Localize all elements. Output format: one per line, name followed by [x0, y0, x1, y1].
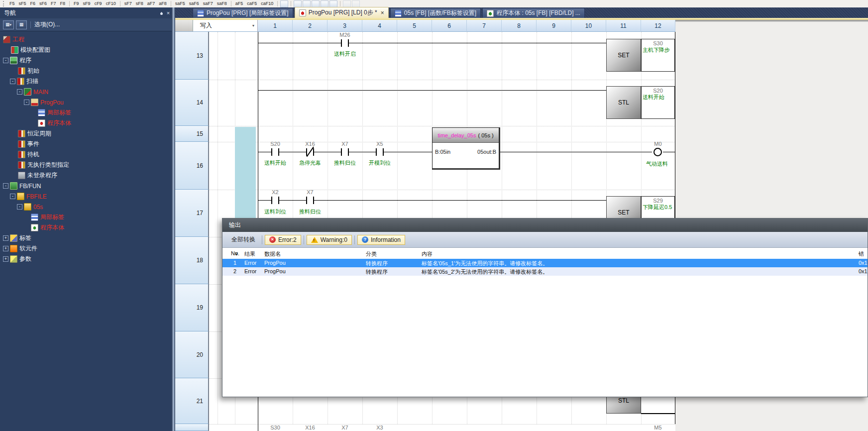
collapse-expander[interactable]: - — [24, 100, 29, 105]
toolbar-key-f9[interactable]: F9 — [72, 0, 81, 7]
close-icon[interactable]: × — [165, 9, 172, 16]
convert-all-button[interactable]: 全部转换 — [227, 234, 259, 245]
fb-output-pin[interactable]: 05out:B — [477, 149, 496, 155]
rung-number-17[interactable]: 17 — [175, 190, 209, 237]
tree-item-event[interactable]: 事件 — [0, 139, 187, 149]
toolbar-key-f8[interactable]: F8 — [59, 0, 67, 7]
toolbar-key-caf10[interactable]: caF10 — [259, 0, 275, 7]
tree-item-no-exec-type[interactable]: 无执行类型指定 — [0, 160, 187, 170]
stl-target-cell[interactable]: S20 送料开始 — [641, 86, 675, 119]
toolbar-key-saf8[interactable]: saF8 — [216, 0, 228, 7]
tree-item-fbfile[interactable]: - FBFILE — [0, 191, 179, 202]
tree-item-program[interactable]: - 程序 — [0, 55, 172, 66]
toolbar-key-sf7[interactable]: sF7 — [123, 0, 133, 7]
contact-x2[interactable] — [278, 197, 279, 204]
toolbar-key-sf6[interactable]: sF6 — [38, 0, 48, 7]
collapse-expander[interactable]: - — [10, 79, 15, 84]
label-table-icon[interactable] — [321, 0, 328, 7]
rung-number-13[interactable]: 13 — [175, 32, 209, 80]
toolbar-key-saf7[interactable]: saF7 — [202, 0, 215, 7]
edit-contact-icon[interactable] — [294, 0, 302, 7]
contact-s20[interactable] — [271, 148, 272, 156]
collapse-expander[interactable]: - — [17, 204, 22, 210]
tree-item-module-config[interactable]: 模块配置图 — [0, 45, 180, 55]
contact-x16-nc[interactable] — [313, 148, 314, 156]
collapse-expander[interactable]: - — [3, 58, 8, 63]
fb-input-pin[interactable]: B:05in — [435, 149, 450, 155]
toolbar-key-af7[interactable]: aF7 — [146, 0, 157, 7]
error-row[interactable]: 2 Error ProgPou 转换程序 标签名'05s_2'为无法使用的字符串… — [222, 267, 868, 276]
coil-m0[interactable] — [653, 148, 662, 156]
contact-x7[interactable] — [306, 197, 307, 204]
rung-number-14[interactable]: 14 — [175, 80, 209, 126]
contact-x5[interactable] — [383, 148, 384, 156]
tree-collapse-icon[interactable]: ▦ — [16, 20, 27, 29]
toolbar-key-af5[interactable]: aF5 — [234, 0, 245, 7]
toolbar-key-f7[interactable]: F7 — [49, 0, 58, 7]
expand-expander[interactable]: + — [3, 235, 8, 241]
tree-item-project[interactable]: 工程 — [0, 34, 172, 45]
rung-number-18[interactable]: 18 — [175, 237, 209, 284]
tree-item-label-section[interactable]: + 标签 — [0, 233, 172, 243]
contact-x2[interactable] — [271, 197, 272, 204]
information-filter-button[interactable]: ? Information — [357, 235, 405, 245]
rung-number-22[interactable] — [175, 424, 209, 431]
rung-number-16[interactable]: 16 — [175, 142, 209, 190]
tree-item-unregistered-program[interactable]: 未登录程序 — [0, 170, 187, 181]
error-row-selected[interactable]: 1 Error ProgPou 转换程序 标签名'05s_1'为无法使用的字符串… — [222, 259, 868, 267]
contact-x7[interactable] — [341, 148, 342, 156]
toolbar-key-sf9[interactable]: sF9 — [82, 0, 92, 7]
panel-splitter[interactable] — [172, 7, 175, 431]
pin-icon[interactable] — [157, 9, 164, 16]
toolbar-key-saf6[interactable]: saF6 — [188, 0, 201, 7]
tree-item-scan[interactable]: - 扫描 — [0, 76, 179, 87]
set-target-cell[interactable]: S30 主机下降步 — [641, 39, 675, 72]
tree-item-05s-local-label[interactable]: 局部标签 — [0, 212, 200, 222]
collapse-expander[interactable]: - — [17, 89, 22, 95]
tree-item-device[interactable]: + 软元件 — [0, 243, 172, 254]
tree-item-main[interactable]: - MAIN — [0, 87, 186, 97]
toolbar-grip[interactable] — [3, 1, 5, 6]
expand-expander[interactable]: + — [3, 256, 8, 262]
toolbar-key-saf5[interactable]: saF5 — [174, 0, 187, 7]
toolbar-key-cf10[interactable]: cF10 — [105, 0, 117, 7]
rung-number-15[interactable]: 15 — [175, 126, 209, 142]
tree-item-progpou[interactable]: - ProgPou — [0, 97, 193, 108]
edit-mode-dropdown[interactable]: 写入 ▾ — [193, 20, 258, 32]
list-icon[interactable] — [352, 0, 360, 7]
toolbar-key-f5[interactable]: F5 — [8, 0, 16, 7]
options-button[interactable]: 选项(O)... — [34, 20, 60, 29]
toolbar-key-f6[interactable]: F6 — [29, 0, 37, 7]
expand-expander[interactable]: + — [3, 246, 8, 251]
error-filter-button[interactable]: × Error:2 — [265, 235, 301, 245]
edit-coil-icon[interactable] — [303, 0, 311, 7]
rung-number-21[interactable]: 21 — [175, 378, 209, 424]
contact-x7[interactable] — [348, 148, 349, 156]
undo-icon[interactable] — [343, 0, 351, 7]
toolbar-key-af8[interactable]: aF8 — [157, 0, 168, 7]
contact-s20[interactable] — [278, 148, 279, 156]
rung-number-19[interactable]: 19 — [175, 284, 209, 331]
tab-05s-fbd-ld-editor[interactable]: 程序本体 : 05s [FB] [FBD/LD] ... — [482, 8, 585, 18]
fb-instance-time-delay-05s[interactable]: time_delay_05s ( 05s ) B:05in 05out:B — [432, 127, 500, 170]
tree-item-parameter[interactable]: + 参数 — [0, 254, 172, 264]
toolbar-key-sf5[interactable]: sF5 — [17, 0, 28, 7]
contact-x5[interactable] — [376, 148, 377, 156]
tree-item-fixed-cycle[interactable]: 恒定周期 — [0, 128, 187, 139]
contact-m26[interactable] — [348, 39, 349, 47]
contact-x7[interactable] — [313, 197, 314, 204]
contact-m26[interactable] — [341, 39, 342, 47]
label-table2-icon[interactable] — [329, 0, 337, 7]
ladder-window-icon[interactable] — [280, 0, 288, 7]
close-icon[interactable]: × — [381, 10, 384, 16]
tree-filter-icon[interactable]: ▦▾ — [3, 20, 14, 29]
tab-progpou-ld-editor[interactable]: ProgPou [PRG] [LD] 0步 * × — [295, 7, 389, 18]
collapse-expander[interactable]: - — [10, 194, 15, 199]
tree-item-05s[interactable]: - 05s — [0, 202, 186, 212]
collapse-expander[interactable]: - — [3, 183, 8, 189]
tree-item-standby[interactable]: 待机 — [0, 149, 187, 160]
warning-filter-button[interactable]: ! Warning:0 — [307, 235, 352, 245]
tree-item-fb-fun[interactable]: - FB/FUN — [0, 181, 172, 191]
set-instruction-block[interactable]: SET — [606, 39, 641, 72]
output-title-bar[interactable]: 输出 — [222, 218, 868, 232]
